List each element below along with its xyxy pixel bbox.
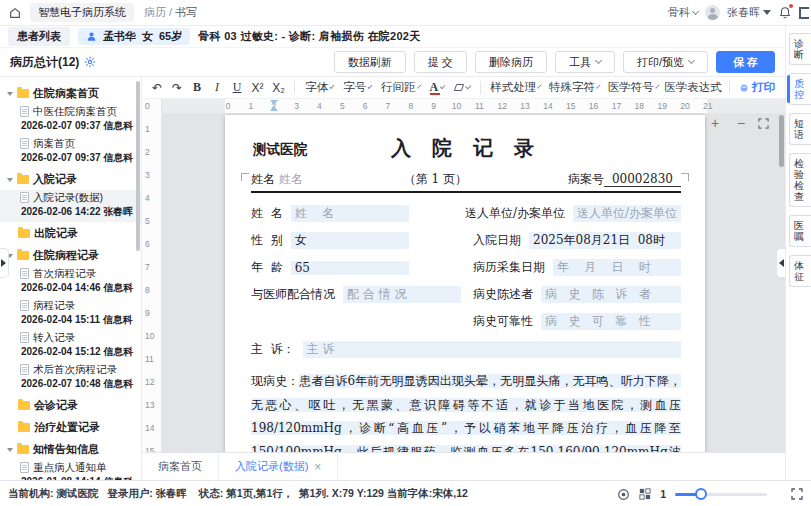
sidebar-scrollbar[interactable] (136, 81, 140, 251)
field-value[interactable]: 65 (291, 261, 409, 275)
field-value[interactable]: 病 史 可 靠 性 (541, 313, 681, 330)
right-tab-医嘱[interactable]: 医嘱 (789, 215, 811, 247)
home-icon[interactable] (8, 6, 22, 20)
tree-item[interactable]: 术后首次病程记录2026-02-07 10:48 信息科 (0, 362, 141, 394)
medical-symbol-button[interactable]: 医学符号 (604, 79, 661, 97)
refresh-data-button[interactable]: 数据刷新 (334, 51, 406, 73)
font-color-button[interactable]: A (426, 79, 449, 97)
tree-group-出院记录[interactable]: 出院记录 (0, 222, 141, 244)
tree-group-会诊记录[interactable]: 会诊记录 (0, 394, 141, 416)
special-char-button[interactable]: 特殊字符 (546, 79, 603, 97)
tree-group-住院病案首页[interactable]: 住院病案首页 (0, 82, 141, 104)
patient-bar: 患者列表 孟书华 女 65岁 骨科 03 过敏史: - 诊断: 肩袖损伤 在院2… (0, 26, 785, 48)
right-tab-检验检查[interactable]: 检验检查 (789, 153, 811, 207)
field-value[interactable]: 年 月 日 时 (553, 259, 681, 276)
ruler-number: 2 (145, 147, 150, 157)
delete-record-button[interactable]: 删除病历 (475, 51, 547, 73)
tree-item[interactable]: 转入记录2026-02-04 15:12 信息科 (0, 330, 141, 362)
font-family-button[interactable]: 字体 (301, 79, 337, 97)
editor-canvas[interactable]: 测试医院 入 院 记 录 姓名 姓名 （第 1 页） 病案号00002830 姓… (162, 113, 785, 453)
present-illness-paragraph[interactable]: 现病史：患者自诉6年前无明显诱因出现头晕，无明显头痛，无耳鸣、听力下降，无恶心、… (251, 370, 681, 453)
superscript-button[interactable]: X² (248, 79, 267, 97)
underline-button[interactable]: U (228, 79, 246, 97)
avatar[interactable] (705, 5, 720, 20)
document-icon (20, 268, 29, 279)
tree-item[interactable]: 入院记录(数据)2026-02-06 14:22 张春晖 (0, 190, 141, 222)
medical-expression-button[interactable]: 医学表达式 (663, 79, 723, 97)
present-illness-text[interactable]: 患者自诉6年前无明显诱因出现头晕，无明显头痛，无耳鸣、听力下降，无恶心、呕吐，无… (251, 374, 681, 453)
tree-item[interactable]: 首次病程记录2026-02-04 14:46 信息科 (0, 266, 141, 298)
right-tab-短语[interactable]: 短语 (789, 113, 811, 145)
chief-complaint-field[interactable]: 主 诉 (303, 341, 681, 358)
vertical-ruler[interactable]: 0123456789101112131415 (142, 99, 162, 453)
patient-chip[interactable]: 孟书华 女 65岁 (78, 28, 190, 45)
field-value[interactable]: 配 合 情 况 (343, 286, 461, 303)
undo-button[interactable]: ↶ (148, 79, 166, 97)
zoom-slider-handle[interactable] (695, 488, 707, 500)
locate-cursor-icon[interactable] (617, 488, 630, 501)
document-header: 测试医院 入 院 记 录 姓名 姓名 （第 1 页） 病案号00002830 (251, 137, 681, 191)
tools-dropdown[interactable]: 工具 (555, 51, 615, 73)
collapse-left-panel-handle[interactable] (0, 248, 9, 278)
field-value[interactable]: 姓 名 (291, 205, 409, 222)
horizontal-ruler[interactable]: 0123456789101112131415161718192021 (162, 99, 785, 113)
ruler-number: 3 (145, 170, 150, 180)
style-process-button[interactable]: 样式处理 (487, 79, 544, 97)
italic-button[interactable]: I (208, 79, 226, 97)
collapse-right-panel-handle[interactable] (776, 248, 785, 278)
tree-item[interactable]: 病案首页2026-02-07 09:37 信息科 (0, 136, 141, 168)
toolbar-label: 医学符号 (608, 80, 654, 95)
tree-group-入院记录[interactable]: 入院记录 (0, 168, 141, 190)
print-preview-dropdown[interactable]: 打印/预览 (623, 51, 708, 73)
status-bar: 当前机构: 测试医院 登录用户: 张春晖 状态: 第1页,第1行， 第1列. X… (0, 480, 811, 506)
close-icon[interactable]: × (314, 460, 321, 474)
page-thumbnails-icon[interactable] (639, 488, 651, 500)
redo-button[interactable]: ↷ (168, 79, 186, 97)
field-value[interactable]: 女 (291, 232, 409, 249)
print-button[interactable]: 打印 (736, 79, 779, 97)
tree-item[interactable]: 重点病人通知单2026-01-08 14:14 信息科 (0, 460, 141, 480)
document-page[interactable]: 测试医院 入 院 记 录 姓名 姓名 （第 1 页） 病案号00002830 姓… (225, 115, 705, 453)
tree-item-name: 首次病程记录 (33, 267, 96, 281)
tree-item[interactable]: 病程记录2026-02-04 15:11 信息科 (0, 298, 141, 330)
field-value[interactable]: 2025年08月21日 08时 (529, 232, 681, 249)
clear-format-button[interactable] (451, 79, 474, 97)
line-spacing-button[interactable]: 行间距 (377, 79, 423, 97)
settings-gear-icon[interactable] (84, 56, 96, 68)
chief-complaint-row[interactable]: 主 诉： 主 诉 (251, 336, 681, 362)
document-editor: ↶↷BIUX²X₂字体字号行间距A样式处理特殊字符医学符号医学表达式打印 012… (142, 76, 785, 452)
subscript-button[interactable]: X₂ (269, 79, 288, 97)
zoom-out-button[interactable]: − (733, 115, 749, 131)
indent-marker-icon[interactable] (270, 106, 278, 111)
document-tab[interactable]: 病案首页 (142, 453, 219, 480)
tree-group-住院病程记录[interactable]: 住院病程记录 (0, 244, 141, 266)
field-label: 与医师配合情况 (251, 286, 335, 303)
patient-list-button[interactable]: 患者列表 (8, 27, 70, 46)
department-select[interactable]: 骨科 (668, 5, 698, 20)
menu-icon[interactable] (799, 7, 809, 19)
document-tab[interactable]: 入院记录(数据)× (219, 453, 338, 480)
zoom-in-button[interactable]: + (707, 115, 723, 131)
notification-bell-icon[interactable] (778, 5, 792, 20)
right-tab-质控[interactable]: 质控 (789, 73, 811, 105)
tree-group-知情告知信息[interactable]: 知情告知信息 (0, 438, 141, 460)
fit-fullscreen-button[interactable] (755, 115, 771, 131)
fullscreen-icon[interactable] (791, 488, 803, 500)
submit-button[interactable]: 提 交 (414, 51, 467, 73)
tree-group-label: 住院病案首页 (33, 86, 99, 101)
font-size-button[interactable]: 字号 (339, 79, 375, 97)
field-value[interactable]: 病 史 陈 诉 者 (541, 286, 681, 303)
zoom-slider[interactable] (675, 493, 767, 496)
canvas-scrollbar[interactable] (779, 115, 784, 167)
tree-group-治疗处置记录[interactable]: 治疗处置记录 (0, 416, 141, 438)
bold-button[interactable]: B (188, 79, 206, 97)
tree-item[interactable]: 中医住院病案首页2026-02-07 09:37 信息科 (0, 104, 141, 136)
ruler-number: 5 (335, 101, 349, 111)
breadcrumb-section[interactable]: 病历 (144, 6, 166, 18)
right-tab-体征[interactable]: 体征 (789, 255, 811, 287)
form-cell-right: 病史陈述者病 史 陈 诉 者 (473, 286, 681, 303)
field-value[interactable]: 送人单位/办案单位 (573, 205, 681, 222)
user-menu[interactable]: 张春晖 (727, 5, 771, 20)
right-tab-诊断[interactable]: 诊断 (789, 33, 811, 65)
save-button[interactable]: 保 存 (716, 51, 775, 73)
